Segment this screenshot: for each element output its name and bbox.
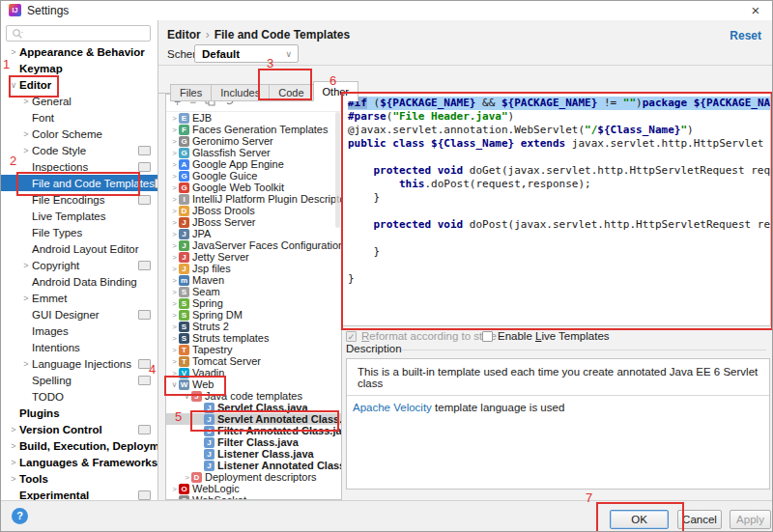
template-tree-item[interactable]: > F Faces Generation Templates	[166, 124, 341, 135]
sidebar-item[interactable]: > Code Style	[1, 142, 157, 158]
template-code-editor[interactable]: #if (${PACKAGE_NAME} && ${PACKAGE_NAME} …	[342, 93, 771, 326]
chevron-icon[interactable]: >	[170, 334, 179, 343]
chevron-icon[interactable]: >	[20, 146, 32, 155]
search-input[interactable]	[6, 25, 151, 42]
sidebar-item[interactable]: GUI Designer	[1, 306, 157, 322]
sidebar-item[interactable]: Plugins	[1, 405, 157, 421]
chevron-icon[interactable]: >	[20, 261, 32, 270]
sidebar-item[interactable]: File Types	[1, 224, 157, 240]
chevron-icon[interactable]: >	[170, 276, 179, 285]
template-tree-item[interactable]: J Servlet Class.java	[166, 402, 341, 413]
chevron-icon[interactable]: >	[170, 207, 179, 215]
sidebar-item[interactable]: Keymap	[1, 60, 157, 76]
code-line[interactable]	[348, 232, 770, 245]
code-line[interactable]: #parse("File Header.java")	[348, 110, 770, 124]
chevron-icon[interactable]: >	[20, 359, 32, 369]
tab-other[interactable]: Other	[313, 81, 359, 101]
template-tree-item[interactable]: > S Struts 2	[166, 321, 341, 332]
chevron-icon[interactable]: >	[8, 425, 19, 434]
chevron-icon[interactable]: >	[170, 322, 179, 331]
help-icon[interactable]: ?	[12, 508, 28, 524]
code-line[interactable]: this.doPost(request,response);	[348, 178, 770, 191]
code-line[interactable]	[348, 151, 770, 164]
reset-link[interactable]: Reset	[730, 29, 761, 42]
breadcrumb-editor[interactable]: Editor	[167, 28, 201, 42]
code-line[interactable]	[348, 259, 770, 272]
sidebar-item[interactable]: TODO	[1, 388, 157, 405]
sidebar-item[interactable]: ∨ Editor	[1, 76, 157, 93]
tab-includes[interactable]: Includes	[211, 84, 270, 101]
template-tree-item[interactable]: > J JavaServer Faces Configuration Files	[166, 239, 341, 251]
template-tree-item[interactable]: ∨ J Java code templates	[166, 390, 341, 402]
chevron-icon[interactable]: >	[170, 485, 179, 493]
sidebar-item[interactable]: File Encodings	[1, 191, 157, 208]
chevron-icon[interactable]: ∨	[8, 80, 19, 90]
sidebar-item[interactable]: > Language Injections	[1, 355, 157, 372]
code-line[interactable]	[348, 205, 770, 218]
chevron-icon[interactable]: >	[8, 47, 19, 57]
template-tree-item[interactable]: > D JBoss Drools	[166, 205, 341, 216]
template-tree-item[interactable]: J Filter Class.java	[166, 436, 341, 448]
code-line[interactable]: @javax.servlet.annotation.WebServlet("/$…	[348, 124, 770, 137]
chevron-icon[interactable]: >	[8, 458, 19, 467]
sidebar-item[interactable]: > Color Scheme	[1, 126, 157, 142]
apache-velocity-link[interactable]: Apache Velocity	[353, 402, 432, 413]
template-tree-item[interactable]: > T Tapestry	[166, 344, 341, 355]
code-line[interactable]: }	[348, 245, 770, 259]
template-tree-item[interactable]: > S Spring	[166, 297, 341, 309]
sidebar-item[interactable]: > Languages & Frameworks	[1, 454, 157, 470]
template-tree-item[interactable]: > J JBoss Server	[166, 216, 341, 228]
template-tree-item[interactable]: > D Deployment descriptors	[166, 471, 341, 483]
template-tree-item[interactable]: > G Google Web Toolkit	[166, 182, 341, 193]
chevron-icon[interactable]: >	[170, 346, 179, 354]
code-line[interactable]: #if (${PACKAGE_NAME} && ${PACKAGE_NAME} …	[348, 97, 771, 110]
sidebar-item[interactable]: Experimental	[1, 487, 157, 500]
chevron-icon[interactable]: >	[170, 183, 179, 192]
sidebar-item[interactable]: Android Data Binding	[1, 273, 157, 290]
tree-scrollbar[interactable]	[335, 112, 340, 228]
live-templates-checkbox[interactable]	[482, 331, 493, 342]
template-tree-item[interactable]: J Listener Class.java	[166, 448, 341, 460]
chevron-icon[interactable]: >	[170, 288, 179, 296]
chevron-icon[interactable]: >	[170, 265, 179, 273]
code-line[interactable]: public class ${Class_Name} extends javax…	[348, 137, 770, 151]
sidebar-item[interactable]: > Emmet	[1, 290, 157, 306]
template-tree-item[interactable]: > G Geronimo Server	[166, 135, 341, 147]
sidebar-item[interactable]: Images	[1, 322, 157, 339]
reformat-checkbox[interactable]: ✓	[346, 331, 357, 342]
template-tree-item[interactable]: > I IntelliJ Platform Plugin Descriptor	[166, 193, 341, 205]
chevron-icon[interactable]: >	[170, 126, 179, 134]
template-tree-item[interactable]: > J JPA	[166, 228, 341, 239]
template-tree-item[interactable]: J Filter Annotated Class.java	[166, 425, 341, 436]
sidebar-item[interactable]: > Appearance & Behavior	[1, 43, 157, 60]
template-tree-item[interactable]: > S Struts templates	[166, 332, 341, 344]
chevron-icon[interactable]: ∨	[170, 380, 179, 389]
code-line[interactable]: protected void doPost(javax.servlet.http…	[348, 218, 770, 232]
chevron-icon[interactable]: >	[20, 129, 32, 139]
chevron-icon[interactable]: >	[170, 149, 179, 157]
code-line[interactable]: }	[348, 191, 770, 205]
close-icon[interactable]: ×	[747, 2, 764, 19]
sidebar-item[interactable]: Intentions	[1, 339, 157, 355]
chevron-icon[interactable]: >	[20, 97, 32, 106]
template-tree-item[interactable]: > A Google App Engine	[166, 158, 341, 170]
chevron-icon[interactable]: >	[183, 473, 191, 482]
template-tree-item[interactable]: > V Vaadin	[166, 367, 341, 378]
template-tree-item[interactable]: > J Jetty Server	[166, 251, 341, 263]
sidebar-item[interactable]: Inspections	[1, 158, 157, 175]
template-tree-item[interactable]: > E EJB	[166, 112, 341, 124]
ok-button[interactable]: OK	[610, 510, 669, 529]
sidebar-item[interactable]: Android Layout Editor	[1, 240, 157, 257]
template-tree-item[interactable]: ∨ W Web	[166, 378, 341, 390]
sidebar-item[interactable]: > Build, Execution, Deployment	[1, 437, 157, 454]
template-tree-item[interactable]: J Servlet Annotated Class.java	[166, 413, 341, 425]
template-tree-item[interactable]: > G Glassfish Server	[166, 147, 341, 158]
chevron-icon[interactable]: >	[8, 474, 19, 484]
chevron-icon[interactable]: >	[170, 114, 179, 123]
scheme-dropdown[interactable]: Default ∨	[194, 44, 299, 63]
chevron-icon[interactable]: >	[170, 137, 179, 146]
sidebar-item[interactable]: > Version Control	[1, 421, 157, 437]
sidebar-item[interactable]: Live Templates	[1, 208, 157, 224]
sidebar-item[interactable]: > Copyright	[1, 257, 157, 273]
chevron-icon[interactable]: ∨	[183, 392, 191, 401]
